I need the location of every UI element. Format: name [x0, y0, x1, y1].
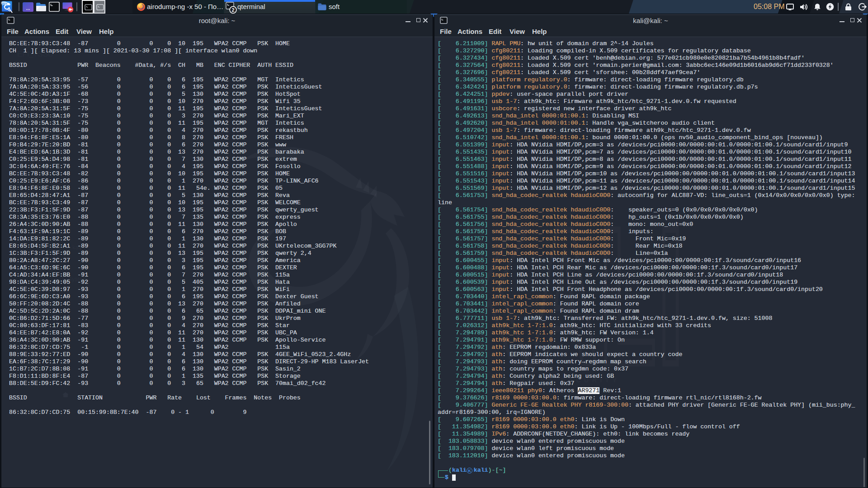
svg-text:2: 2 [231, 7, 234, 13]
